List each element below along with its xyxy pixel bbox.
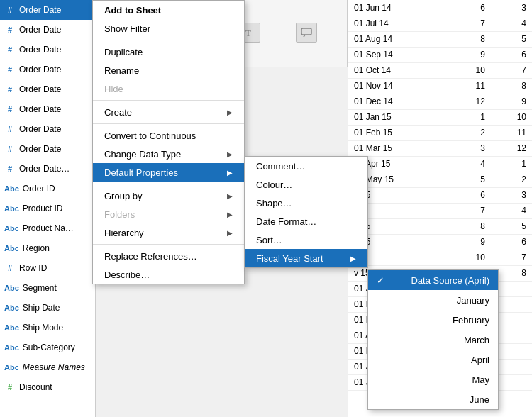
menu-item-convert-continuous[interactable]: Convert to Continuous: [93, 126, 244, 145]
field-item-order-date-8[interactable]: #Order Date…: [0, 159, 95, 179]
field-item-ship-mode[interactable]: AbcShip Mode: [0, 318, 95, 338]
table-row: 01 May 1552: [348, 172, 532, 187]
check-icon-may: [377, 374, 387, 385]
table-row: 01 Aug 1485: [348, 31, 532, 47]
field-item-ship-date[interactable]: AbcShip Date: [0, 298, 95, 318]
submenu-label-sort: Sort…: [256, 235, 282, 245]
field-label-order-date-8: Order Date…: [19, 164, 70, 174]
field-label-order-id: Order ID: [23, 184, 55, 194]
submenu-item-shape[interactable]: Shape…: [245, 194, 367, 212]
menu-item-create[interactable]: Create▶: [93, 103, 244, 121]
submenu-item-comment[interactable]: Comment…: [245, 157, 367, 175]
submenu-item-date-format[interactable]: Date Format…: [245, 212, 367, 230]
field-item-product-id[interactable]: AbcProduct ID: [0, 199, 95, 218]
submenu-item-fiscal-year-start[interactable]: Fiscal Year Start▶: [245, 249, 367, 267]
check-icon-march: [377, 335, 387, 345]
menu-item-hierarchy[interactable]: Hierarchy▶: [93, 223, 244, 242]
field-label-order-date-6: Order Date: [19, 124, 61, 134]
table-cell-col2: 7: [491, 62, 532, 78]
menu-label-create: Create: [104, 107, 132, 118]
field-item-measure-names[interactable]: AbcMeasure Names: [0, 357, 95, 377]
fiscal-item-may[interactable]: May: [368, 369, 498, 389]
fields-panel: #Order Date#Order Date#Order Date#Order …: [0, 0, 96, 417]
table-cell-col2: 11: [491, 125, 532, 140]
table-cell-col1: 10: [450, 250, 491, 265]
fiscal-item-february[interactable]: February: [368, 310, 498, 330]
menu-item-default-properties[interactable]: Default Properties▶: [93, 163, 244, 182]
submenu-label-shape: Shape…: [256, 198, 292, 208]
menu-item-describe[interactable]: Describe…: [93, 265, 244, 284]
submenu-label-fiscal-year-start: Fiscal Year Start: [256, 253, 323, 264]
tooltip-button[interactable]: [289, 19, 324, 48]
table-cell-col1: 7: [450, 203, 491, 218]
table-cell-date: 01 Aug 14: [348, 31, 450, 47]
menu-item-replace-references[interactable]: Replace References…: [93, 247, 244, 265]
field-item-order-date-7[interactable]: #Order Date: [0, 139, 95, 159]
table-cell-col2: 1: [491, 156, 532, 172]
table-cell-date: 01 Oct 14: [348, 62, 450, 78]
field-item-order-date-2[interactable]: #Order Date: [0, 40, 95, 60]
fiscal-label-data-source-april: Data Source (April): [411, 275, 489, 286]
menu-item-add-to-sheet[interactable]: Add to Sheet: [93, 1, 244, 19]
menu-item-rename[interactable]: Rename: [93, 61, 244, 79]
fiscal-item-march[interactable]: March: [368, 330, 498, 350]
fiscal-item-data-source-april[interactable]: ✓Data Source (April): [368, 270, 498, 290]
table-cell-col2: 7: [491, 250, 532, 265]
menu-label-folders: Folders: [104, 209, 135, 220]
menu-label-hierarchy: Hierarchy: [104, 228, 144, 238]
table-row: n 1563: [348, 187, 532, 203]
fiscal-item-january[interactable]: January: [368, 290, 498, 310]
field-label-ship-mode: Ship Mode: [23, 323, 63, 333]
menu-item-group-by[interactable]: Group by▶: [93, 187, 244, 205]
field-item-order-date-1[interactable]: #Order Date: [0, 20, 95, 40]
menu-item-show-filter[interactable]: Show Filter: [93, 19, 244, 38]
table-row: 01 Oct 14107: [348, 62, 532, 78]
field-item-order-date-6[interactable]: #Order Date: [0, 119, 95, 139]
check-icon-february: [377, 315, 387, 326]
menu-label-replace-references: Replace References…: [104, 251, 197, 262]
field-item-segment[interactable]: AbcSegment: [0, 278, 95, 298]
arrow-icon-change-data-type: ▶: [227, 150, 233, 158]
table-cell-date: 01 Jan 15: [348, 109, 450, 125]
field-icon-order-date-5: #: [4, 105, 16, 113]
table-row: t 15107: [348, 250, 532, 265]
submenu-item-colour[interactable]: Colour…: [245, 175, 367, 194]
fiscal-item-june[interactable]: June: [368, 389, 498, 409]
menu-item-duplicate[interactable]: Duplicate: [93, 43, 244, 61]
menu-item-change-data-type[interactable]: Change Data Type▶: [93, 145, 244, 163]
field-item-order-id[interactable]: AbcOrder ID: [0, 179, 95, 199]
field-item-order-date-3[interactable]: #Order Date: [0, 60, 95, 79]
field-item-row-id[interactable]: #Row ID: [0, 258, 95, 278]
table-row: 01 Sep 1496: [348, 47, 532, 62]
field-item-order-date-4[interactable]: #Order Date: [0, 79, 95, 99]
menu-label-rename: Rename: [104, 65, 139, 76]
field-label-order-date-header: Order Date: [19, 5, 61, 15]
field-item-product-name[interactable]: AbcProduct Na…: [0, 218, 95, 238]
field-item-region[interactable]: AbcRegion: [0, 238, 95, 258]
field-label-region: Region: [23, 243, 50, 253]
field-label-sub-category: Sub-Category: [23, 343, 75, 352]
fiscal-year-submenu: ✓Data Source (April) January February Ma…: [367, 269, 499, 410]
field-item-order-date-header[interactable]: #Order Date: [0, 0, 95, 20]
submenu-item-sort[interactable]: Sort…: [245, 230, 367, 249]
svg-text:T: T: [245, 28, 251, 38]
table-row: 01 Feb 15211: [348, 125, 532, 140]
menu-label-show-filter: Show Filter: [104, 23, 150, 34]
field-label-order-date-3: Order Date: [19, 65, 61, 74]
menu-label-default-properties: Default Properties: [104, 167, 178, 178]
field-item-order-date-5[interactable]: #Order Date: [0, 99, 95, 119]
field-icon-segment: Abc: [4, 284, 19, 292]
field-icon-sub-category: Abc: [4, 343, 19, 352]
check-icon-april: [377, 355, 387, 365]
field-icon-ship-mode: Abc: [4, 323, 19, 332]
default-properties-submenu: Comment…Colour…Shape…Date Format…Sort…Fi…: [244, 156, 368, 268]
arrow-icon-hierarchy: ▶: [227, 229, 233, 237]
field-icon-order-id: Abc: [4, 184, 19, 193]
table-cell-date: 01 Jun 14: [348, 0, 450, 16]
field-item-sub-category[interactable]: AbcSub-Category: [0, 338, 95, 357]
fiscal-item-april[interactable]: April: [368, 350, 498, 369]
field-icon-discount: #: [4, 383, 16, 391]
field-icon-order-date-1: #: [4, 26, 16, 34]
field-item-discount[interactable]: #Discount: [0, 377, 95, 397]
table-cell-col1: 5: [450, 172, 491, 187]
